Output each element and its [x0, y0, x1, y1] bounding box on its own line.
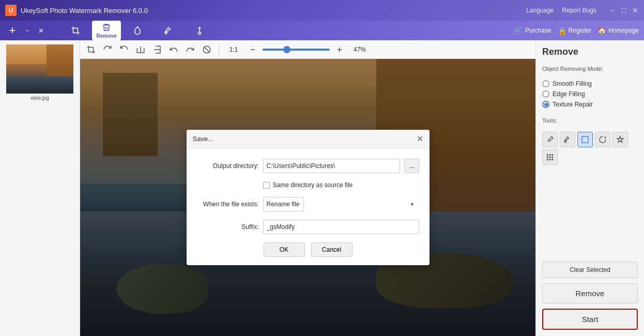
main-layout: Feb 07 2018 04:3 view.jpg	[0, 40, 644, 336]
svg-point-17	[547, 159, 548, 160]
window-controls: − □ ✕	[609, 7, 639, 14]
lasso-tool-icon-button[interactable]	[595, 132, 610, 147]
dialog-close-button[interactable]: ✕	[417, 134, 423, 144]
remove-button[interactable]: Remove	[542, 283, 638, 303]
same-dir-checkbox[interactable]	[263, 182, 270, 189]
dialog-buttons: OK Cancel	[197, 242, 419, 257]
texture-repair-option[interactable]: Texture Repair	[542, 101, 638, 108]
crop-toolbar-button[interactable]	[84, 43, 98, 56]
svg-point-19	[552, 159, 553, 160]
start-button[interactable]: Start	[542, 309, 638, 330]
zoom-slider-thumb[interactable]	[283, 46, 290, 53]
close-all-button[interactable]: ✕	[35, 25, 47, 36]
removing-mode-group: Smooth Filling Edge Filling Texture Repa…	[542, 80, 638, 108]
language-button[interactable]: Language	[526, 7, 554, 14]
close-button[interactable]: ✕	[632, 7, 639, 14]
clear-selected-button[interactable]: Clear Selected	[542, 262, 638, 278]
menu-bar: + − ✕ Remove	[0, 21, 644, 40]
output-dir-input[interactable]	[263, 159, 401, 173]
add-file-button[interactable]: +	[5, 23, 20, 38]
zoom-ratio: 1:1	[226, 46, 241, 53]
file-exists-select-wrapper: Rename file Overwrite Skip ▼	[263, 197, 419, 211]
panel-title: Remove	[542, 47, 638, 57]
remove-tool-button[interactable]: Remove	[92, 21, 121, 40]
minimize-button[interactable]: −	[609, 7, 616, 14]
clear-button[interactable]	[200, 43, 213, 56]
same-dir-label: Same directory as source file	[273, 181, 353, 189]
register-button[interactable]: 🔒 Register	[558, 26, 592, 35]
title-bar: U UkeySoft Photo Watermark Remover 6.0.0…	[0, 0, 644, 21]
spacer	[542, 174, 638, 256]
remove-tool-label: Remove	[97, 33, 117, 39]
rotate-ccw-button[interactable]	[117, 43, 131, 56]
app-icon: U	[5, 5, 17, 16]
thumbnail-label: view.jpg	[30, 95, 49, 101]
brush-tool-button[interactable]	[154, 21, 183, 40]
save-dialog: Save... ✕ Output directory: ...	[187, 130, 430, 265]
file-exists-row: When the file exists: Rename file Overwr…	[197, 197, 419, 211]
texture-repair-label: Texture Repair	[553, 101, 593, 108]
color-tool-icon-button[interactable]	[612, 132, 628, 147]
thumbnail-image: Feb 07 2018 04:3	[6, 44, 73, 94]
editor-area: 1:1 47%	[80, 40, 535, 336]
smooth-filling-radio[interactable]	[542, 80, 549, 87]
zoom-out-button[interactable]	[246, 43, 259, 56]
crop-tool-button[interactable]	[61, 21, 90, 40]
file-exists-select[interactable]: Rename file Overwrite Skip	[263, 197, 304, 211]
svg-point-11	[547, 154, 548, 155]
dialog-title: Save...	[193, 135, 213, 143]
cancel-button[interactable]: Cancel	[311, 242, 352, 257]
grid-tool-icon-button[interactable]	[542, 149, 558, 165]
toolbar-separator	[219, 44, 219, 55]
flip-h-button[interactable]	[134, 43, 147, 56]
svg-point-16	[552, 157, 553, 158]
zoom-percent: 47%	[354, 46, 372, 53]
drop-tool-button[interactable]	[123, 21, 152, 40]
zoom-in-button[interactable]	[333, 43, 346, 56]
menu-left: + − ✕ Remove	[5, 21, 214, 40]
same-dir-row: Same directory as source file	[197, 181, 419, 189]
edge-filling-radio[interactable]	[542, 90, 549, 98]
smooth-filling-label: Smooth Filling	[553, 80, 592, 87]
svg-point-14	[547, 157, 548, 158]
svg-line-6	[204, 47, 210, 52]
select-arrow-icon: ▼	[410, 202, 415, 207]
svg-point-12	[549, 154, 550, 155]
pen-tool-icon-button[interactable]	[542, 132, 558, 147]
rectangle-tool-icon-button[interactable]	[577, 132, 593, 147]
rotate-cw-button[interactable]	[101, 43, 114, 56]
svg-point-3	[198, 32, 201, 35]
maximize-button[interactable]: □	[620, 7, 627, 14]
brush-tool-icon-button[interactable]	[560, 132, 575, 147]
tools-section-label: Tools:	[542, 117, 638, 124]
thumbnail-item[interactable]: Feb 07 2018 04:3 view.jpg	[4, 44, 75, 101]
suffix-row: Suffix:	[197, 220, 419, 234]
zoom-slider-container	[263, 49, 330, 51]
svg-point-13	[552, 154, 553, 155]
right-panel: Remove Object Removing Mode: Smooth Fill…	[535, 40, 644, 336]
svg-point-15	[549, 157, 550, 158]
menu-right: 🛒 Purchase 🔒 Register 🏠 Homepage	[513, 26, 639, 36]
removing-mode-label: Object Removing Mode:	[542, 66, 638, 72]
smooth-filling-option[interactable]: Smooth Filling	[542, 80, 638, 87]
undo-button[interactable]	[167, 43, 180, 56]
file-exists-label: When the file exists:	[197, 201, 259, 208]
texture-repair-radio[interactable]	[542, 101, 549, 108]
homepage-button[interactable]: 🏠 Homepage	[597, 26, 639, 35]
suffix-input[interactable]	[263, 220, 419, 234]
ok-button[interactable]: OK	[264, 242, 305, 257]
save-dialog-overlay: Save... ✕ Output directory: ...	[80, 59, 535, 336]
purchase-button[interactable]: 🛒 Purchase	[513, 26, 551, 36]
remove-file-button[interactable]: −	[22, 25, 33, 36]
svg-point-18	[549, 159, 550, 160]
edge-filling-label: Edge Filling	[553, 90, 585, 98]
canvas-area[interactable]: Save... ✕ Output directory: ...	[80, 59, 535, 336]
flip-v-button[interactable]	[150, 43, 164, 56]
browse-button[interactable]: ...	[404, 159, 419, 173]
pin-tool-button[interactable]	[185, 21, 214, 40]
output-dir-label: Output directory:	[197, 162, 259, 170]
edge-filling-option[interactable]: Edge Filling	[542, 90, 638, 98]
zoom-slider[interactable]	[263, 49, 330, 51]
report-bugs-button[interactable]: Report Bugs	[562, 7, 596, 14]
redo-button[interactable]	[183, 43, 197, 56]
